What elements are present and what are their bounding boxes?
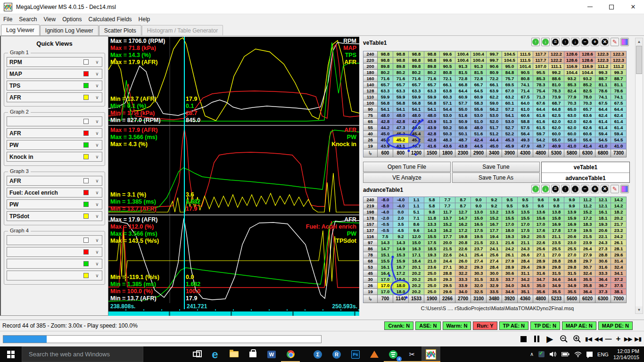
table-cell[interactable]: 61.0	[518, 107, 533, 113]
table-cell[interactable]: 32.9	[487, 283, 502, 289]
table-cell[interactable]: 29.7	[580, 258, 595, 264]
table-cell[interactable]: 51.6	[471, 131, 487, 137]
table-cell[interactable]: 9.9	[564, 197, 580, 203]
table-cell[interactable]: 14.7	[378, 246, 393, 252]
table-cell[interactable]: 27.4	[487, 258, 502, 264]
table-cell[interactable]: 34.5	[518, 283, 533, 289]
table-cell[interactable]: 9.5	[518, 197, 533, 203]
table-cell[interactable]: 53.0	[471, 113, 487, 119]
table-cell[interactable]: -4.0	[393, 203, 409, 209]
table-cell[interactable]: 27.0	[549, 252, 564, 258]
table-cell[interactable]: 104.5	[502, 58, 518, 64]
table-cell[interactable]: 34.6	[549, 277, 564, 283]
table-cell[interactable]: 24.1	[487, 246, 502, 252]
table-cell[interactable]: 18.1	[595, 215, 611, 222]
row-header-26[interactable]: 26	[363, 283, 378, 289]
down-button[interactable]: ↓	[571, 185, 579, 193]
table-cell[interactable]: 28.8	[549, 258, 564, 264]
table-cell[interactable]: 64.4	[611, 107, 627, 113]
table-cell[interactable]: 56.8	[424, 100, 440, 107]
row-header-140[interactable]: 140	[363, 82, 378, 88]
table-cell[interactable]: 41.6	[424, 143, 440, 149]
row-header-78[interactable]: 78	[363, 252, 378, 258]
column-header-3100[interactable]: 3100	[471, 295, 487, 303]
table-cell[interactable]: 60.9	[455, 94, 471, 100]
table-cell[interactable]: 25.0	[424, 289, 440, 295]
table-cell[interactable]: 42.8	[424, 131, 440, 137]
table-cell[interactable]: 57.7	[455, 100, 471, 107]
column-header-6300[interactable]: 6300	[580, 149, 595, 157]
table-cell[interactable]: 59.9	[424, 94, 440, 100]
table-cell[interactable]: 45.2	[393, 137, 409, 143]
pause-button[interactable]	[531, 333, 542, 345]
table-cell[interactable]: 9.5	[502, 197, 518, 203]
table-cell[interactable]: 27.9	[580, 252, 595, 258]
table-cell[interactable]: 29.4	[518, 264, 533, 271]
table-cell[interactable]: 7.1	[409, 215, 424, 222]
table-cell[interactable]: 42.4	[471, 137, 487, 143]
table-cell[interactable]: 56.4	[518, 131, 533, 137]
table-cell[interactable]: 62.2	[487, 94, 502, 100]
tab-scatter-plots[interactable]: Scatter Plots	[99, 25, 141, 35]
table-cell[interactable]: 7.7	[440, 203, 455, 209]
table-cell[interactable]: 3.5	[393, 222, 409, 228]
table-cell[interactable]: 34.0	[502, 283, 518, 289]
tab-log-viewer[interactable]: Log Viewer	[1, 25, 40, 35]
table-cell[interactable]: 61.4	[595, 125, 611, 131]
table-cell[interactable]: 99.3	[595, 70, 611, 76]
channel-select-graph1-3[interactable]: TPS∨	[7, 81, 102, 90]
channel-select-graph3-4[interactable]: TPSdot∨	[7, 211, 102, 221]
table-cell[interactable]: 62.0	[549, 119, 564, 125]
channel-select-graph4-4[interactable]: ∨	[7, 271, 102, 280]
table-cell[interactable]: 60.1	[502, 100, 518, 107]
table-cell[interactable]: 30.7	[580, 264, 595, 271]
spotify-taskbar-button[interactable]: 4	[384, 346, 403, 362]
plus-button[interactable]: +	[591, 38, 599, 46]
table-cell[interactable]: 52.0	[487, 119, 502, 125]
megalogviewer-taskbar-button[interactable]	[421, 346, 440, 362]
table-cell[interactable]: 11.2	[580, 197, 595, 203]
row-header-40[interactable]: 40	[363, 131, 378, 137]
table-cell[interactable]: 82.5	[580, 88, 595, 94]
table-cell[interactable]: 19.5	[471, 234, 487, 240]
table-cell[interactable]: 71.6	[393, 76, 409, 82]
table-cell[interactable]: 88.7	[611, 76, 627, 82]
table-cell[interactable]: 19.4	[487, 234, 502, 240]
table-cell[interactable]: 90.6	[487, 64, 502, 70]
table-cell[interactable]: 27.1	[440, 264, 455, 271]
action-center-icon[interactable]	[586, 352, 593, 357]
table-cell[interactable]: 50.6	[455, 125, 471, 131]
table-cell[interactable]: 57.5	[518, 125, 533, 131]
row-header-240[interactable]: 240	[363, 51, 378, 58]
table-cell[interactable]: 70.3	[564, 100, 580, 107]
table-cell[interactable]: 70.3	[580, 100, 595, 107]
step-forward-button[interactable]: +	[613, 333, 623, 345]
table-cell[interactable]: 71.3	[533, 94, 549, 100]
save-tune-as-button[interactable]: Save Tune As	[452, 173, 540, 183]
table-cell[interactable]: 21.5	[471, 240, 487, 246]
table-cell[interactable]: 11.8	[424, 215, 440, 222]
table-cell[interactable]: 15.9	[564, 215, 580, 222]
table-cell[interactable]: 69.5	[502, 82, 518, 88]
table-cell[interactable]: 48.0	[378, 113, 393, 119]
menu-item-file[interactable]: File	[0, 15, 16, 24]
channel-select-graph4-2[interactable]: ∨	[7, 247, 102, 257]
table-cell[interactable]: 26.1	[611, 240, 627, 246]
table-cell[interactable]: 16.4	[378, 271, 393, 277]
channel-select-graph4-1[interactable]: ∨	[7, 235, 102, 245]
table-cell[interactable]: 25.4	[471, 252, 487, 258]
table-cell[interactable]: 12.1	[595, 203, 611, 209]
table-cell[interactable]: 30.6	[502, 271, 518, 277]
table-cell[interactable]: 60.0	[549, 131, 564, 137]
table-cell[interactable]: 82.4	[564, 88, 580, 94]
table-cell[interactable]: 16.7	[393, 264, 409, 271]
table-cell[interactable]: 44.2	[378, 125, 393, 131]
table-cell[interactable]: 48.0	[424, 113, 440, 119]
table-cell[interactable]: 20.2	[409, 277, 424, 283]
table-cell[interactable]: 45.9	[502, 143, 518, 149]
table-cell[interactable]: 49.3	[518, 137, 533, 143]
table-cell[interactable]: 17.2	[455, 228, 471, 234]
column-header-2900[interactable]: 2900	[471, 149, 487, 157]
table-cell[interactable]: 15.5	[424, 234, 440, 240]
table-cell[interactable]: 85.3	[564, 82, 580, 88]
